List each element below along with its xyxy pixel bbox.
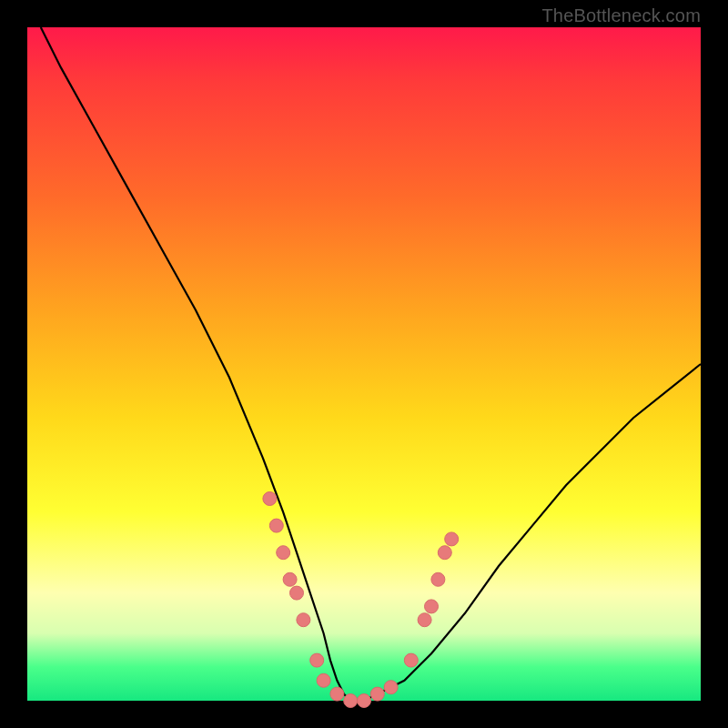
marker-dot (297, 613, 310, 627)
marker-dot (431, 572, 445, 586)
marker-dot (317, 673, 330, 687)
marker-dot (370, 687, 384, 701)
curve-svg (27, 27, 701, 701)
marker-dot (263, 492, 277, 506)
marker-dot (344, 694, 358, 708)
marker-dot (418, 613, 431, 627)
plot-area (27, 27, 701, 701)
marker-dot (310, 653, 324, 667)
marker-dot (384, 681, 398, 694)
watermark-text: TheBottleneck.com (541, 5, 701, 26)
marker-dot (358, 694, 371, 708)
marker-dot (330, 687, 344, 701)
marker-dot (404, 653, 418, 667)
marker-dot (269, 519, 283, 532)
bottleneck-curve (41, 27, 701, 701)
marker-dot (290, 586, 304, 600)
marker-dot (283, 572, 297, 586)
marker-group (263, 492, 459, 708)
marker-dot (445, 532, 459, 546)
marker-dot (438, 546, 451, 560)
marker-dot (425, 600, 439, 613)
marker-dot (277, 546, 290, 560)
chart-frame: TheBottleneck.com (0, 0, 728, 728)
